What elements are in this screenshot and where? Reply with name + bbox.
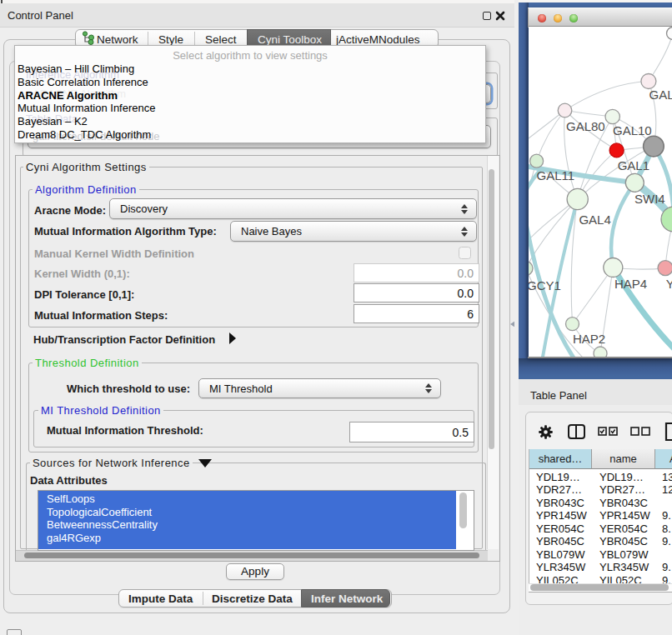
svg-text:GCY1: GCY1 — [529, 278, 561, 292]
svg-text:GAL10: GAL10 — [613, 123, 652, 138]
svg-text:HAP4: HAP4 — [614, 277, 647, 291]
svg-text:GAL7: GAL7 — [649, 88, 672, 102]
svg-text:HAP2: HAP2 — [573, 332, 605, 346]
svg-text:GAL11: GAL11 — [537, 168, 575, 182]
svg-text:Y: Y — [666, 277, 672, 291]
svg-text:GAL1: GAL1 — [618, 158, 649, 172]
svg-text:GAL80: GAL80 — [566, 119, 605, 133]
svg-text:SWI4: SWI4 — [634, 192, 665, 206]
svg-text:GAL4: GAL4 — [579, 212, 610, 227]
